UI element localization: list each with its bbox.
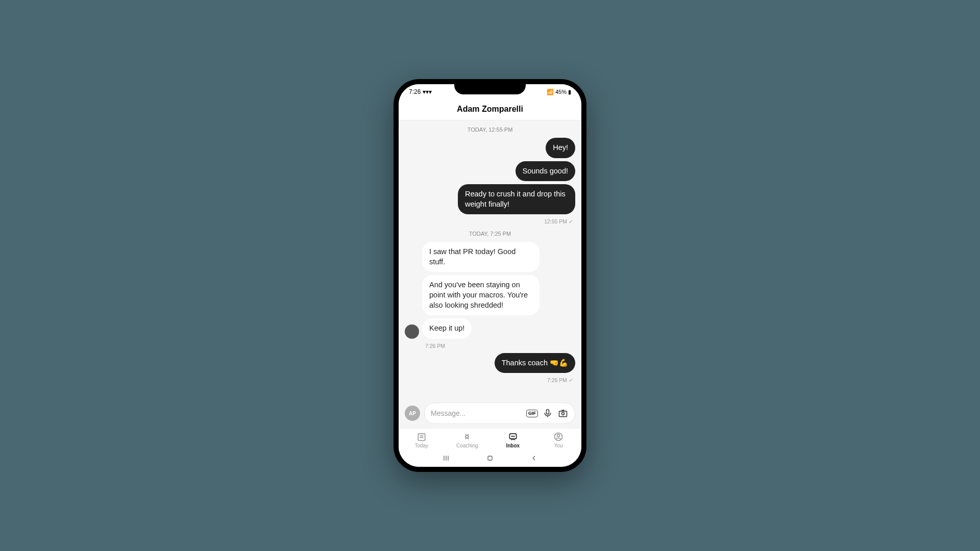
- svg-point-2: [562, 412, 565, 415]
- battery-icon: ▮: [568, 89, 571, 95]
- message-row-in: And you've been staying on point with yo…: [405, 275, 575, 315]
- nav-today[interactable]: Today: [399, 432, 445, 448]
- chat-title: Adam Zomparelli: [457, 105, 523, 113]
- message-bubble[interactable]: I saw that PR today! Good stuff.: [422, 242, 540, 272]
- nav-label: Coaching: [456, 443, 478, 448]
- profile-icon: [553, 432, 564, 442]
- svg-point-9: [514, 436, 514, 437]
- message-row-out: Thanks coach 🤜💪: [405, 353, 575, 373]
- message-bubble[interactable]: And you've been staying on point with yo…: [422, 275, 540, 315]
- svg-point-8: [512, 436, 513, 437]
- inbox-icon: [508, 432, 518, 442]
- sender-avatar[interactable]: [405, 324, 419, 339]
- message-row-in: Keep it up!: [405, 318, 575, 339]
- chat-header[interactable]: Adam Zomparelli: [399, 99, 581, 120]
- status-right: 📶 45% ▮: [547, 89, 571, 95]
- chat-body[interactable]: TODAY, 12:55 PM Hey! Sounds good! Ready …: [399, 120, 581, 398]
- message-bubble[interactable]: Ready to crush it and drop this weight f…: [458, 184, 575, 214]
- camera-icon[interactable]: [557, 408, 569, 419]
- battery-text: 45%: [555, 89, 567, 95]
- message-bubble[interactable]: Keep it up!: [422, 318, 472, 339]
- composer: AP GIF: [399, 398, 581, 428]
- phone-frame: 7:26 ▾▾▾ 📶 45% ▮ Adam Zomparelli TODAY, …: [394, 79, 586, 472]
- message-timestamp: 7:26 PM ✓: [407, 377, 573, 383]
- message-bubble[interactable]: Sounds good!: [516, 161, 576, 182]
- recent-apps-button[interactable]: [441, 453, 451, 463]
- svg-rect-1: [559, 411, 567, 417]
- message-bubble[interactable]: Thanks coach 🤜💪: [495, 353, 575, 373]
- nav-coaching[interactable]: Coaching: [445, 432, 491, 448]
- nav-label: Today: [414, 443, 428, 448]
- nav-inbox[interactable]: Inbox: [490, 432, 536, 448]
- nav-label: You: [554, 443, 563, 448]
- nav-you[interactable]: You: [536, 432, 582, 448]
- message-timestamp: 12:55 PM ✓: [407, 218, 573, 224]
- bottom-nav: Today Coaching Inbox You: [399, 428, 581, 449]
- status-indicator-icon: ▾▾▾: [423, 88, 432, 95]
- mic-icon[interactable]: [542, 408, 553, 419]
- svg-rect-0: [547, 410, 549, 414]
- message-input-wrap[interactable]: GIF: [424, 403, 575, 424]
- svg-point-7: [511, 436, 512, 437]
- home-button[interactable]: [485, 453, 495, 463]
- message-bubble[interactable]: Hey!: [546, 138, 575, 158]
- android-nav-bar: [399, 449, 581, 467]
- message-row-in: I saw that PR today! Good stuff.: [405, 242, 575, 272]
- coaching-icon: [462, 432, 472, 442]
- phone-screen: 7:26 ▾▾▾ 📶 45% ▮ Adam Zomparelli TODAY, …: [399, 84, 581, 467]
- status-time: 7:26: [409, 88, 421, 95]
- calendar-icon: [416, 432, 427, 442]
- svg-point-11: [557, 434, 560, 437]
- user-avatar[interactable]: AP: [405, 406, 420, 421]
- back-button[interactable]: [529, 453, 539, 463]
- message-row-out: Hey!: [405, 138, 575, 158]
- message-row-out: Ready to crush it and drop this weight f…: [405, 184, 575, 214]
- date-divider: TODAY, 7:25 PM: [405, 231, 575, 237]
- message-input[interactable]: [431, 409, 522, 417]
- phone-notch: [454, 79, 526, 94]
- signal-icon: 📶: [547, 89, 554, 95]
- nav-label: Inbox: [506, 443, 520, 448]
- gif-button[interactable]: GIF: [526, 410, 538, 417]
- date-divider: TODAY, 12:55 PM: [405, 127, 575, 133]
- svg-rect-15: [488, 456, 492, 460]
- message-timestamp: 7:26 PM: [425, 343, 573, 349]
- message-row-out: Sounds good!: [405, 161, 575, 182]
- status-left: 7:26 ▾▾▾: [409, 88, 432, 95]
